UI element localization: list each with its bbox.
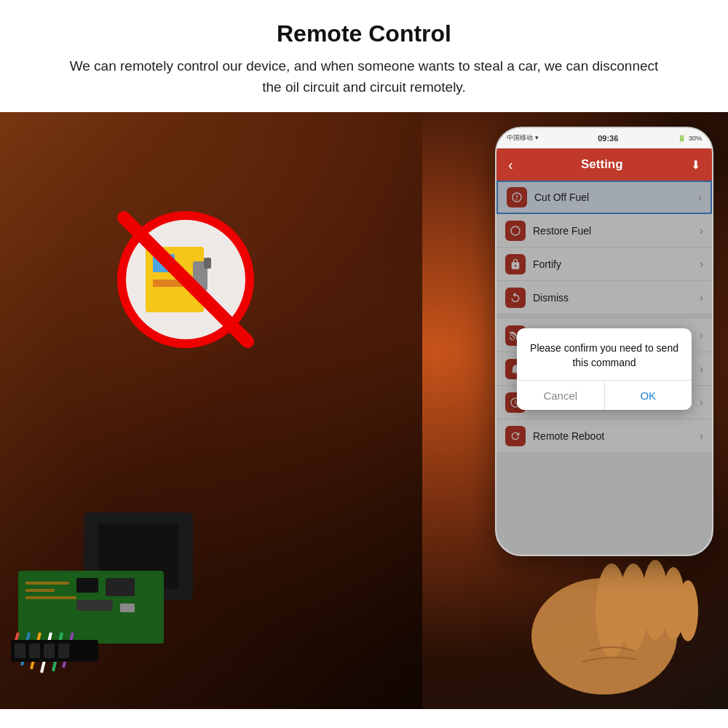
svg-rect-17 [120,604,135,612]
svg-rect-16 [76,600,113,611]
svg-point-33 [678,580,698,641]
back-button[interactable]: ‹ [508,157,513,173]
svg-rect-28 [58,644,69,658]
svg-rect-14 [76,578,98,593]
status-bar: 中国移动 ▾ 09:36 🔋 30% [496,128,712,149]
svg-rect-27 [44,644,55,658]
svg-rect-25 [15,644,25,658]
carrier-signal: 中国移动 ▾ [507,133,539,143]
battery-icon: 🔋 [678,135,686,142]
svg-rect-13 [25,596,76,599]
svg-rect-26 [29,644,40,658]
cancel-button[interactable]: Cancel [517,381,605,410]
svg-rect-12 [25,589,55,592]
svg-point-34 [596,563,628,658]
app-title: Setting [581,157,623,172]
main-area: 中国移动 ▾ 09:36 🔋 30% ‹ Setting ⬇ [0,112,728,709]
header-section: Remote Control We can remotely control o… [0,0,728,112]
screen-content: Cut Off Fuel › Restore Fuel › [496,181,712,556]
page-title: Remote Control [58,20,670,47]
confirm-overlay: Please confirm you need to send this com… [496,181,712,556]
app-header: ‹ Setting ⬇ [496,149,712,181]
confirm-dialog-buttons: Cancel OK [517,380,692,410]
download-button[interactable]: ⬇ [691,158,700,172]
hand-illustration [480,534,728,697]
svg-rect-11 [25,582,69,585]
svg-rect-15 [106,578,135,596]
confirm-dialog: Please confirm you need to send this com… [517,328,692,410]
page-description: We can remotely control our device, and … [58,56,670,98]
confirm-dialog-message: Please confirm you need to send this com… [530,342,678,368]
time-display: 09:36 [598,134,618,143]
svg-rect-5 [204,258,211,269]
phone-with-hand: 中国移动 ▾ 09:36 🔋 30% ‹ Setting ⬇ [480,127,728,709]
battery-display: 🔋 30% [678,135,702,142]
phone-body: 中国移动 ▾ 09:36 🔋 30% ‹ Setting ⬇ [495,127,713,556]
ok-button[interactable]: OK [605,381,692,410]
hardware-device [11,498,244,680]
no-fuel-sign [113,207,266,360]
confirm-dialog-body: Please confirm you need to send this com… [517,328,692,380]
